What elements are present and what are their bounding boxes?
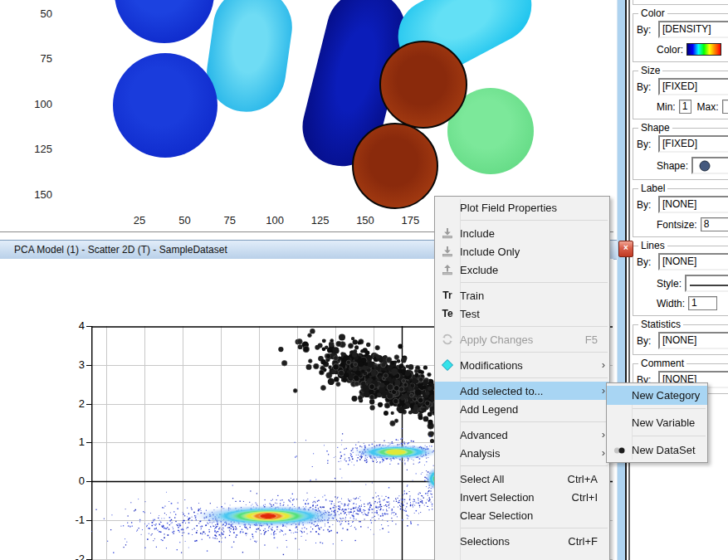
menu-item-label: Exclude: [460, 264, 609, 276]
context-menu-item-add-selected-to[interactable]: Add selected to...›: [435, 382, 609, 400]
shape-select-circle[interactable]: [691, 157, 728, 174]
menu-item-label: New DataSet: [632, 444, 707, 456]
group-box-statistics: StatisticsBy:[NONE]: [633, 324, 728, 355]
panel-row: Style:: [657, 275, 728, 292]
context-menu-separator: [435, 524, 609, 532]
context-menu-item-train[interactable]: TrTrain: [435, 286, 609, 304]
field-label: By:: [637, 139, 655, 150]
context-menu-item-analysis[interactable]: Analysis›: [435, 444, 609, 462]
menu-item-label: Apply Changes: [460, 334, 585, 346]
add-selected-to-submenu: New CategoryNew VariableNew DataSet: [606, 382, 708, 463]
submenu-item-new-variable[interactable]: New Variable: [607, 413, 707, 432]
include-icon: [435, 226, 460, 240]
group-box-shape: ShapeBy:[FIXED]Shape:: [633, 128, 728, 180]
scatter-y-tick-mark: [86, 481, 91, 482]
menu-item-label: Include Only: [460, 246, 609, 258]
panel-row: By:[NONE]: [637, 253, 728, 270]
submenu-arrow-icon: ›: [602, 428, 605, 441]
field-label: By:: [637, 81, 655, 93]
app-root: 5075100125150 255075100125150175 PCA Mod…: [0, 0, 728, 560]
menu-item-label: Analysis: [460, 447, 609, 460]
panel-row: By:[NONE]: [637, 196, 728, 213]
group-label: Statistics: [638, 319, 683, 330]
combo-lines-by[interactable]: [NONE]: [658, 253, 728, 270]
combo-color-by[interactable]: [DENSITY]: [658, 21, 728, 38]
context-menu: Plot Field PropertiesIncludeInclude Only…: [434, 196, 610, 560]
field-label: By:: [637, 24, 655, 36]
image-y-tick-label: 125: [27, 143, 52, 155]
field-label: Max:: [697, 101, 719, 113]
context-menu-item-exclude[interactable]: Exclude: [435, 261, 609, 279]
menu-item-label: New Category: [632, 389, 707, 402]
scatter-y-tick-mark: [86, 520, 91, 521]
submenu-item-new-category[interactable]: New Category: [607, 386, 707, 405]
scatter-y-tick-label: -2: [61, 553, 85, 560]
colormap-swatch[interactable]: [686, 43, 721, 56]
input-max[interactable]: [722, 100, 728, 114]
context-menu-item-plot-field-properties[interactable]: Plot Field Properties: [435, 198, 609, 217]
context-menu-item-clear-selection[interactable]: Clear Selection: [435, 506, 609, 524]
scatter-y-tick-label: 2: [61, 397, 85, 410]
menu-item-label: New Variable: [632, 416, 707, 429]
menu-item-label: Include: [460, 227, 609, 240]
image-y-tick-label: 75: [27, 52, 52, 65]
input-fontsize[interactable]: 8: [701, 217, 728, 231]
context-menu-item-add-legend[interactable]: Add Legend: [435, 400, 609, 418]
menu-item-label: Clear Selection: [460, 509, 609, 522]
blob-red-circle-lower[interactable]: [352, 123, 438, 209]
group-box-color: ColorBy:[DENSITY]Color:: [633, 13, 728, 62]
combo-label-by[interactable]: [NONE]: [658, 196, 728, 213]
field-label: By:: [637, 335, 655, 347]
group-label: Shape: [638, 122, 672, 134]
context-menu-separator: [435, 374, 609, 382]
submenu-item-new-dataset[interactable]: New DataSet: [607, 441, 707, 460]
field-label: By:: [637, 199, 655, 211]
blob-blue-circle-left[interactable]: [113, 53, 217, 158]
group-label: Comment: [638, 358, 686, 369]
window-close-button[interactable]: ×: [618, 241, 633, 257]
context-menu-item-select-all[interactable]: Select AllCtrl+A: [435, 470, 609, 488]
blob-blue-circle-top[interactable]: [115, 0, 214, 43]
image-x-tick-label: 150: [349, 214, 382, 226]
input-min[interactable]: 1: [679, 100, 691, 114]
scatter-y-tick-mark: [86, 365, 91, 366]
menu-item-label: Selections: [460, 535, 568, 548]
scatter-y-tick-mark: [86, 404, 91, 405]
context-menu-item-test[interactable]: TeTest: [435, 304, 609, 323]
context-menu-item-invert-selection[interactable]: Invert SelectionCtrl+I: [435, 488, 609, 506]
refresh-icon: [435, 333, 460, 346]
submenu-separator: [607, 432, 707, 441]
context-menu-separator: [435, 217, 609, 224]
image-x-tick-label: 125: [304, 214, 337, 226]
image-y-tick-label: 100: [27, 98, 52, 110]
context-menu-item-include[interactable]: Include: [435, 224, 609, 242]
panel-row: By:[NONE]: [637, 332, 728, 349]
context-menu-separator: [435, 348, 609, 356]
line-style-select[interactable]: [685, 275, 728, 292]
group-box-size: SizeBy:[FIXED]Min:1Max:: [633, 71, 728, 119]
panel-row: By:[FIXED]: [637, 78, 728, 95]
image-x-tick-label: 175: [393, 214, 427, 226]
combo-shape-by[interactable]: [FIXED]: [658, 135, 728, 153]
image-x-tick-label: 75: [213, 214, 247, 226]
menu-item-label: Plot Field Properties: [460, 202, 609, 214]
exclude-icon: [435, 263, 460, 276]
image-x-tick-label: 50: [168, 214, 201, 226]
pane-splitter-edge: [625, 0, 627, 560]
group-label: Size: [638, 65, 662, 76]
context-menu-item-modifications[interactable]: Modifications›: [435, 356, 609, 374]
scatter-y-tick-label: 1: [61, 436, 85, 448]
blob-red-circle-upper[interactable]: [379, 41, 467, 129]
include-icon: [435, 245, 460, 258]
combo-size-by[interactable]: [FIXED]: [658, 78, 728, 95]
field-label: Fontsize:: [657, 219, 697, 231]
scatter-y-tick-mark: [86, 326, 91, 327]
combo-statistics-by[interactable]: [NONE]: [658, 332, 728, 349]
field-label: Min:: [657, 101, 676, 113]
context-menu-item-include-only[interactable]: Include Only: [435, 242, 609, 261]
context-menu-separator: [435, 279, 609, 286]
context-menu-item-selections[interactable]: SelectionsCtrl+F: [435, 532, 609, 550]
input-width[interactable]: 1: [688, 296, 717, 310]
group-box-partial: [633, 0, 728, 5]
context-menu-item-advanced[interactable]: Advanced›: [435, 426, 609, 444]
